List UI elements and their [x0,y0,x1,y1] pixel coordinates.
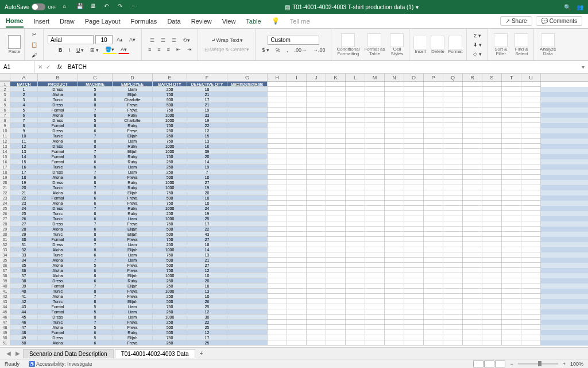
cell[interactable] [463,304,482,309]
cell[interactable] [521,263,541,268]
cell[interactable] [346,185,365,190]
cell[interactable] [521,206,541,211]
cell[interactable] [404,175,424,180]
cell[interactable] [346,139,365,144]
cell[interactable] [424,123,443,128]
cell[interactable]: MACHINE [78,82,113,87]
cell[interactable]: 250 [153,278,187,283]
cell[interactable] [482,242,502,247]
cell[interactable] [268,242,287,247]
cell[interactable]: Formal [38,283,78,289]
decrease-indent-icon[interactable]: ⇤ [174,45,183,53]
cell[interactable] [463,97,482,102]
cell[interactable] [227,330,268,335]
cell[interactable] [346,247,365,252]
sort-filter-icon[interactable] [494,33,508,47]
autosum-icon[interactable]: Σ ▾ [471,32,483,40]
dropdown-icon[interactable]: ▾ [416,4,419,10]
underline-button[interactable]: U ▾ [74,46,86,54]
cell[interactable]: 6 [78,227,113,232]
row-header[interactable]: 14 [0,149,10,154]
cell[interactable] [424,299,443,304]
cell[interactable]: 250 [153,294,187,299]
cell[interactable] [326,304,346,309]
cell[interactable] [287,273,307,278]
cell[interactable] [227,154,268,159]
cell[interactable] [463,263,482,268]
cell[interactable] [326,170,346,175]
cell[interactable] [463,149,482,154]
col-header-A[interactable]: A [10,74,38,81]
cell[interactable] [326,206,346,211]
cell[interactable] [385,154,404,159]
row-header[interactable]: 9 [0,123,10,128]
cell[interactable] [307,190,326,195]
cell[interactable]: Dress [38,118,78,123]
cell[interactable] [443,304,463,309]
cell[interactable] [502,252,521,258]
cell[interactable] [346,154,365,159]
cell[interactable] [482,325,502,330]
fill-icon[interactable]: ⬇ ▾ [471,41,485,49]
row-header[interactable]: 44 [0,304,10,309]
cell[interactable]: Aloha [38,190,78,195]
cell[interactable] [227,304,268,309]
cell[interactable] [287,92,307,97]
cell[interactable] [346,190,365,195]
cell[interactable] [404,159,424,164]
cell[interactable] [443,335,463,340]
cell[interactable] [443,159,463,164]
cell[interactable]: Freya [113,175,153,180]
cell[interactable] [482,97,502,102]
cell[interactable] [424,195,443,201]
cell[interactable]: 33 [187,113,227,118]
cell[interactable]: 1000 [153,180,187,185]
cell[interactable] [287,123,307,128]
insert-cells-icon[interactable] [413,36,427,49]
cell[interactable] [502,97,521,102]
cell[interactable] [227,97,268,102]
cell[interactable] [326,289,346,294]
row-header[interactable]: 42 [0,294,10,299]
row-header[interactable]: 31 [0,237,10,242]
cell[interactable] [227,320,268,325]
cell[interactable] [502,206,521,211]
cell[interactable] [346,170,365,175]
cell[interactable] [287,283,307,289]
cell[interactable]: 16 [10,164,38,170]
cell[interactable] [502,242,521,247]
cell[interactable]: 25 [187,340,227,346]
cell[interactable] [227,195,268,201]
cell[interactable]: 27 [187,180,227,185]
cell[interactable]: Ruby [113,185,153,190]
cell[interactable] [502,128,521,133]
cell[interactable]: 29 [10,232,38,237]
cell[interactable] [482,87,502,92]
cell[interactable]: Dress [38,278,78,283]
cell[interactable]: Elijah [113,149,153,154]
cell[interactable] [287,330,307,335]
cell[interactable]: 19 [187,164,227,170]
cell[interactable]: 750 [153,335,187,340]
cell[interactable]: 12 [187,128,227,133]
cell[interactable] [268,309,287,315]
cell[interactable] [268,108,287,113]
cell[interactable]: Liam [113,309,153,315]
cell[interactable] [521,144,541,149]
cell[interactable] [502,149,521,154]
cell[interactable] [404,128,424,133]
cell[interactable] [268,304,287,309]
cell[interactable] [287,128,307,133]
cell[interactable]: 8 [10,123,38,128]
add-sheet-button[interactable]: + [196,350,207,356]
cell[interactable] [346,133,365,139]
row-header[interactable]: 37 [0,268,10,273]
cell[interactable] [287,195,307,201]
cell[interactable] [443,309,463,315]
cell[interactable] [365,227,385,232]
row-header[interactable]: 1 [0,82,10,87]
cell[interactable] [482,227,502,232]
cell[interactable] [307,164,326,170]
cell[interactable] [307,149,326,154]
row-header[interactable]: 22 [0,190,10,195]
